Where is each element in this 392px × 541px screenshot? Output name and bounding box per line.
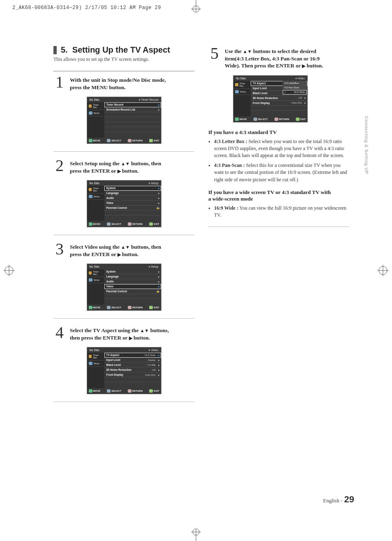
select-key-icon	[107, 139, 111, 142]
right-triangle-icon: ▶	[302, 63, 305, 68]
return-key-icon	[128, 306, 131, 309]
osd-sidebar-setup: Setup	[87, 194, 104, 200]
osd-legend: MOVE SELECT RETURN EXIT	[87, 388, 161, 394]
osd-row: 3D Noise Reduction: Off▶	[104, 368, 161, 372]
chevron-right-icon: ▶	[158, 290, 160, 293]
osd-sidebar-setup: Setup	[87, 361, 104, 367]
select-key-icon	[107, 306, 111, 309]
rule	[208, 227, 349, 227]
step-text: Select Video using the ▲▼ buttons, then …	[70, 243, 161, 258]
osd-row: Scheduled Record List▶	[104, 107, 161, 112]
list-item: 16:9 Wide : You can view the full 16:9 p…	[214, 205, 349, 219]
right-triangle-icon: ▶	[118, 169, 121, 173]
side-tab: Connecting & Setting UP	[364, 116, 369, 174]
chevron-right-icon: ▶	[158, 207, 160, 209]
print-header: 2_AK68-00683A-0314~29) 2/17/05 10:12 AM …	[12, 5, 161, 11]
bullet-list: 16:9 Wide : You can view the full 16:9 p…	[208, 205, 349, 219]
osd-sidebar-setup: Setup	[87, 110, 104, 116]
return-key-icon	[128, 139, 131, 142]
osd-status: No Disc	[90, 98, 100, 101]
return-key-icon	[128, 222, 131, 226]
step-text: Use the ▲▼ buttons to select the desired…	[225, 47, 323, 69]
return-key-icon	[128, 389, 131, 393]
osd-legend: MOVE SELECT RETURN EXIT	[87, 138, 161, 143]
osd-row: Language▶	[104, 191, 161, 196]
osd-step-4: No Disc Video Timer Rec. Setup TV Aspect…	[87, 347, 161, 394]
osd-row-empty	[104, 117, 161, 122]
rule	[53, 318, 194, 319]
move-key-icon	[89, 139, 92, 142]
move-key-icon	[89, 389, 92, 393]
chevron-right-icon: ▶	[304, 97, 306, 99]
step-2: 2 Select Setup using the ▲▼ buttons, the…	[53, 159, 194, 174]
osd-breadcrumb: Video	[295, 77, 305, 80]
right-triangle-icon: ▶	[129, 335, 132, 340]
osd-step-1: No Disc Timer Record Timer Rec. Setup Ti…	[87, 97, 161, 144]
rule	[53, 71, 194, 72]
subheading-43: If you have a 4:3 standard TV	[208, 129, 349, 136]
osd-breadcrumb: Timer Record	[138, 98, 159, 101]
osd-row: Video▶	[104, 201, 161, 206]
osd-row: Timer Record▶	[104, 102, 161, 107]
exit-key-icon	[149, 389, 153, 393]
osd-row: Front Display: Auto Dim▶	[104, 372, 161, 377]
step-text: Select the TV Aspect using the ▲▼ button…	[70, 326, 169, 341]
select-key-icon	[254, 118, 257, 121]
chevron-right-icon: ▶	[158, 354, 160, 356]
gear-icon	[89, 362, 92, 365]
chevron-right-icon: ▶	[304, 102, 306, 104]
registration-mark-right	[377, 265, 389, 276]
list-item: 4:3 Pan-Scan : Select this for a convent…	[214, 162, 349, 183]
timer-icon	[89, 104, 92, 108]
osd-row-empty	[104, 377, 161, 382]
right-triangle-icon: ▶	[118, 252, 121, 257]
registration-mark-left	[3, 265, 15, 276]
osd-row: Black Level: 7.5 IRE▶	[104, 363, 161, 368]
return-key-icon	[274, 118, 278, 121]
osd-options-panel: 4:3 LetterBox 4:3 Pan-Scan ✓16:9 Wide	[283, 81, 307, 95]
exit-key-icon	[149, 139, 153, 142]
chevron-right-icon: ▶	[158, 187, 160, 190]
step-3: 3 Select Video using the ▲▼ buttons, the…	[53, 243, 194, 258]
osd-option: 4:3 LetterBox	[283, 81, 307, 86]
subheading-wide: If you have a wide screen TV or 4:3 stan…	[208, 189, 349, 202]
osd-row: Video▶	[104, 284, 161, 289]
gear-icon	[235, 90, 239, 93]
left-column: 5. Setting Up the TV Aspect This allows …	[53, 45, 194, 409]
osd-status: No Disc	[90, 265, 100, 268]
step-text: Select Setup using the ▲▼ buttons, then …	[70, 159, 161, 174]
chevron-right-icon: ▶	[158, 104, 160, 106]
select-key-icon	[107, 389, 111, 393]
step-number: 5	[208, 47, 221, 69]
section-subtitle: This allows you to set up the TV screen …	[53, 56, 194, 62]
timer-icon	[89, 188, 92, 191]
osd-row-empty	[104, 112, 161, 117]
timer-icon	[89, 271, 92, 275]
chevron-right-icon: ▶	[158, 192, 160, 194]
osd-row-empty	[251, 106, 307, 111]
page-footer: English -29	[323, 494, 354, 505]
exit-key-icon	[296, 118, 300, 121]
rule	[53, 151, 194, 152]
osd-breadcrumb: Setup	[148, 182, 159, 185]
osd-legend: MOVE SELECT RETURN EXIT	[233, 116, 307, 122]
timer-icon	[235, 83, 238, 86]
exit-key-icon	[149, 306, 153, 309]
osd-row-empty	[104, 210, 161, 215]
registration-mark-top	[187, 0, 205, 12]
osd-step-5: No Disc Video Timer Rec. Setup TV Aspect…	[233, 75, 308, 123]
osd-row: Language▶	[104, 274, 161, 279]
osd-row: 3D Noise Reduction: Off▶	[251, 96, 307, 101]
osd-sidebar-timer: Timer Rec.	[87, 102, 104, 110]
step-5: 5 Use the ▲▼ buttons to select the desir…	[208, 47, 349, 69]
chevron-right-icon: ▶	[158, 202, 160, 204]
gear-icon	[89, 111, 92, 115]
list-item: 4:3 Letter Box : Select when you want to…	[214, 138, 349, 160]
timer-icon	[89, 355, 92, 358]
rule	[53, 402, 194, 402]
step-number: 1	[53, 76, 66, 91]
osd-step-2: No Disc Setup Timer Rec. Setup System▶ L…	[87, 180, 161, 227]
osd-row: Audio▶	[104, 279, 161, 284]
move-key-icon	[89, 222, 92, 226]
step-text: With the unit in Stop mode/No Disc mode,…	[70, 76, 166, 91]
